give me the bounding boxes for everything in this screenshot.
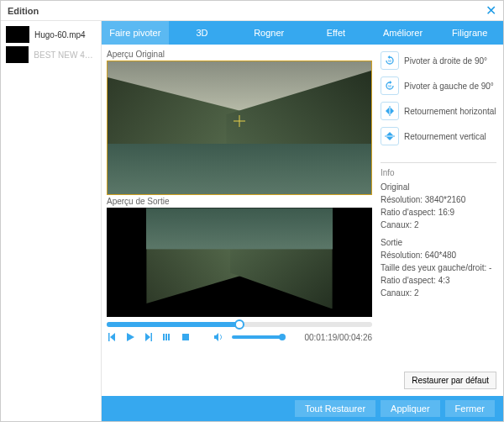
next-icon[interactable] (144, 332, 154, 342)
file-item[interactable]: BEST NEW 4K... (1, 45, 101, 65)
flip-horizontal-icon (381, 102, 399, 120)
info-output-resolution: 640*480 (425, 251, 456, 260)
restore-all-button[interactable]: Tout Restaurer (295, 400, 375, 417)
file-thumbnail (6, 26, 29, 43)
info-original-channels: 2 (414, 220, 419, 229)
volume-slider[interactable] (232, 335, 282, 339)
rotate-right-button[interactable]: 90 Pivoter à droite de 90° (381, 51, 496, 70)
svg-text:90: 90 (388, 59, 392, 63)
time-display: 00:01:19/00:04:26 (304, 333, 372, 342)
rotate-right-label: Pivoter à droite de 90° (404, 56, 487, 66)
close-icon[interactable]: ✕ (486, 3, 496, 18)
tabs: Faire pivoter 3D Rogner Effet Améliorer … (102, 21, 503, 45)
info-output-channels: 2 (414, 288, 419, 298)
rotate-right-icon: 90 (381, 51, 399, 70)
flip-horizontal-label: Retournement horizontal (404, 107, 496, 116)
output-preview (107, 208, 372, 317)
info-header: Info (381, 168, 496, 177)
tab-watermark[interactable]: Filigrane (436, 21, 503, 45)
svg-rect-0 (182, 334, 189, 340)
flip-vertical-icon (381, 127, 399, 145)
close-button[interactable]: Fermer (445, 400, 495, 417)
seek-bar[interactable] (107, 322, 372, 327)
apply-button[interactable]: Appliquer (381, 400, 439, 417)
seek-knob[interactable] (234, 319, 244, 330)
tab-effect[interactable]: Effet (302, 21, 370, 45)
footer: Tout Restaurer Appliquer Fermer (102, 396, 503, 421)
info-original-ratio: 16:9 (438, 208, 454, 217)
info-original-resolution: 3840*2160 (425, 195, 465, 204)
tab-rotate[interactable]: Faire pivoter (102, 21, 169, 45)
flip-horizontal-button[interactable]: Retournement horizontal (381, 102, 496, 120)
file-name: BEST NEW 4K... (34, 50, 96, 60)
restore-default-button[interactable]: Restaurer par défaut (404, 372, 496, 389)
window-title: Edition (8, 6, 486, 16)
volume-icon[interactable] (213, 332, 223, 342)
output-preview-label: Aperçu de Sortie (107, 197, 372, 206)
tab-3d[interactable]: 3D (169, 21, 236, 45)
original-preview-label: Aperçu Original (107, 50, 372, 59)
rotate-left-button[interactable]: 90 Pivoter à gauche de 90° (381, 76, 496, 95)
play-icon[interactable] (125, 332, 135, 342)
rotate-left-icon: 90 (381, 76, 399, 95)
file-name: Hugo-60.mp4 (34, 30, 86, 40)
titlebar: Edition ✕ (1, 1, 503, 21)
original-preview[interactable] (107, 61, 372, 195)
stop-icon[interactable] (181, 332, 191, 342)
flip-vertical-button[interactable]: Retournement vertical (381, 127, 496, 145)
tab-crop[interactable]: Rogner (235, 21, 302, 45)
flip-vertical-label: Retournement vertical (404, 132, 486, 141)
tab-enhance[interactable]: Améliorer (370, 21, 437, 45)
file-item[interactable]: Hugo-60.mp4 (1, 24, 101, 45)
svg-text:90: 90 (388, 84, 392, 88)
info-original-title: Original (381, 181, 496, 193)
file-thumbnail (6, 46, 29, 63)
prev-icon[interactable] (107, 332, 117, 342)
info-output-eyes: - (489, 263, 491, 272)
file-sidebar: Hugo-60.mp4 BEST NEW 4K... (1, 21, 102, 421)
info-output-ratio: 4:3 (438, 276, 450, 285)
rotate-left-label: Pivoter à gauche de 90° (404, 82, 494, 91)
info-output-title: Sortie (381, 236, 496, 249)
record-icon[interactable] (162, 332, 172, 342)
